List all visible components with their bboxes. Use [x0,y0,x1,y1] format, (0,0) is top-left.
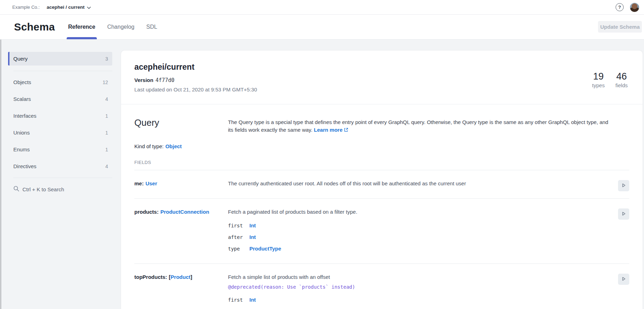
fields-label: FIELDS [134,160,629,165]
sidebar-item-interfaces[interactable]: Interfaces 1 [8,109,112,123]
field-label: products: [134,208,159,263]
page-header: Schema Reference Changelog SDL Update Sc… [0,15,644,40]
arg-type-link[interactable]: Int [249,222,256,228]
kind-of-type: Kind of type:Object [134,143,629,149]
field-args: first Int [228,294,610,305]
arg-type-link[interactable]: ProductType [249,246,281,252]
page-title: Schema [14,21,55,33]
version-value: 4f77d0 [155,77,174,83]
learn-more-link[interactable]: Learn more [314,127,343,133]
field-row-topproducts: topProducts:[Product] Fetch a simple lis… [134,264,629,309]
sidebar-item-label: Scalars [13,96,31,102]
sidebar: Query 3 Objects 12 Scalars 4 Interfaces … [8,52,112,195]
arg-type-link[interactable]: Int [249,297,256,303]
chevron-down-icon [87,4,91,11]
play-icon [621,276,626,282]
arg-row: first Int [228,220,610,231]
search-hint: Ctrl + K to Search [22,186,64,192]
tab-reference[interactable]: Reference [67,15,96,39]
stat-label: types [591,82,606,88]
field-description: Fetch a paginated list of products based… [228,208,610,215]
stat-label: fields [614,82,629,88]
arg-type-link[interactable]: Int [249,234,256,240]
field-args: first Int after Int type ProductType [228,220,610,254]
field-type-link[interactable]: User [146,180,157,198]
sidebar-item-label: Objects [13,79,31,85]
org-label: Example Co.: [12,5,40,10]
user-avatar[interactable] [630,3,639,12]
sidebar-item-unions[interactable]: Unions 1 [8,126,112,139]
kind-label: Kind of type: [134,143,163,149]
sidebar-item-scalars[interactable]: Scalars 4 [8,92,112,106]
fields-list: me:User The currently authenticated user… [134,170,629,309]
play-icon [621,211,626,217]
schema-card: acephei/current Version4f77d0 Last updat… [121,50,643,309]
topbar-right: ? [616,3,639,12]
field-row-products: products:ProductConnection Fetch a pagin… [134,199,629,264]
last-updated: Last updated on Oct 21, 2020 at 9:53 PM … [134,86,257,93]
type-description: The Query type is a special type that de… [228,118,614,134]
run-in-explorer-button[interactable] [618,208,629,220]
sidebar-item-query[interactable]: Query 3 [8,52,112,66]
sidebar-item-label: Unions [13,130,30,136]
arg-name: first [228,297,249,303]
arg-row: first Int [228,294,610,305]
type-name: Query [134,117,228,128]
sidebar-item-label: Directives [13,163,36,169]
update-schema-button[interactable]: Update Schema [598,21,642,33]
sidebar-item-count: 4 [105,164,108,169]
external-link-icon [344,126,348,134]
arg-name: first [228,223,249,228]
sidebar-item-directives[interactable]: Directives 4 [8,159,112,173]
field-row-me: me:User The currently authenticated user… [134,170,629,199]
stat-fields: 46 fields [614,71,629,93]
stat-types: 19 types [591,71,606,93]
field-type-link[interactable]: Product [170,274,190,309]
arg-row: type ProductType [228,243,610,254]
version-line: Version4f77d0 [134,76,257,84]
run-in-explorer-button[interactable] [618,180,629,191]
search-input[interactable]: Ctrl + K to Search [8,183,112,195]
sidebar-item-count: 1 [105,147,108,152]
play-icon [621,183,626,189]
graph-title: acephei/current [134,62,257,72]
tab-changelog[interactable]: Changelog [106,15,136,39]
stat-value: 19 [591,71,606,82]
graph-selector-label: acephei / current [47,5,85,10]
search-icon [13,186,19,193]
sidebar-item-count: 3 [105,56,108,62]
sidebar-item-label: Interfaces [13,113,36,119]
field-label: topProducts: [134,274,167,309]
field-type-link[interactable]: ProductConnection [160,208,209,263]
sidebar-item-objects[interactable]: Objects 12 [8,75,112,89]
scrollbar[interactable] [0,40,1,309]
run-in-explorer-button[interactable] [618,274,629,285]
kind-value-link[interactable]: Object [165,143,182,149]
field-label: me: [134,180,144,198]
deprecated-annotation: @deprecated(reason: Use `products` inste… [228,283,610,290]
arg-name: after [228,234,249,240]
field-description: The currently authenticated user root. A… [228,180,610,187]
top-bar: Example Co.: acephei / current ? [0,0,644,15]
arg-row: after Int [228,231,610,243]
tabs: Reference Changelog SDL [67,15,159,39]
sidebar-item-count: 1 [105,130,108,136]
sidebar-item-count: 12 [102,80,108,85]
arg-name: type [228,246,249,252]
card-header: acephei/current Version4f77d0 Last updat… [134,50,629,93]
stat-value: 46 [614,71,629,82]
schema-stats: 19 types 46 fields [591,71,629,93]
tab-sdl[interactable]: SDL [145,15,159,39]
sidebar-item-enums[interactable]: Enums 1 [8,143,112,156]
sidebar-item-count: 4 [105,96,108,102]
sidebar-item-label: Enums [13,146,30,152]
version-label: Version [134,77,153,83]
content-area: Query 3 Objects 12 Scalars 4 Interfaces … [0,40,644,309]
sidebar-divider [13,71,112,71]
field-description: Fetch a simple list of products with an … [228,274,610,281]
sidebar-divider [13,178,112,178]
help-icon[interactable]: ? [616,3,624,11]
sidebar-item-label: Query [13,56,28,62]
graph-selector[interactable]: acephei / current [47,4,91,11]
type-section: Query The Query type is a special type t… [134,104,629,309]
